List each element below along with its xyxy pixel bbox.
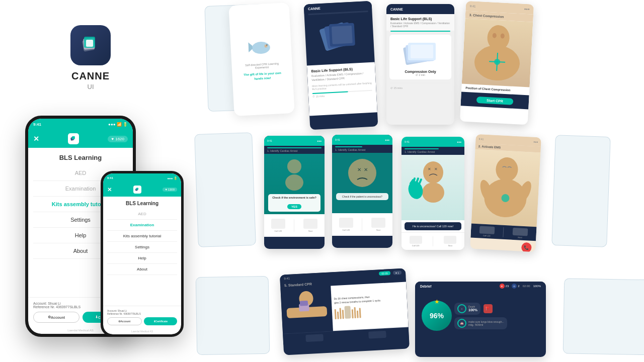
intro-description: Self-directed CPR Learning Experience: [239, 62, 285, 70]
call-120-label2[interactable]: Call 120: [339, 229, 353, 231]
identify2-title: 1. Identify Cardiac Arrest: [335, 148, 389, 151]
compression-only-title: Compression Only: [405, 70, 436, 73]
screenshot-identify3: 9:41 ●●● 1. Identify Cardiac Arrest ✕ ✕: [401, 137, 464, 250]
screenshot-identify2: 9:41 ●●● 1. Identify Cardiac Arrest ✕ ✕ …: [332, 135, 392, 248]
phone2-menu-item-examination[interactable]: Examination: [107, 220, 177, 231]
svg-line-42: [420, 179, 421, 183]
phone2-footer: Account: Shuai Li Reference Nr. 43639779…: [103, 306, 181, 328]
account-button[interactable]: ⚙ Account: [33, 312, 79, 323]
phone2-menu-title: BLS Learning: [103, 197, 181, 209]
next-label1: Next: [303, 230, 317, 232]
svg-point-30: [285, 174, 303, 191]
flag-indicator: 🚩: [484, 304, 493, 313]
svg-rect-17: [331, 26, 352, 44]
call-120-label4[interactable]: Call 120: [479, 234, 494, 237]
patient-unconscious-question: Check if the patient is unconscious?: [338, 195, 386, 198]
yes-button[interactable]: YES: [287, 204, 301, 209]
wireframe-bg-4: [551, 135, 611, 247]
lung-gauge: 🫁: [457, 319, 466, 328]
svg-point-34: [423, 161, 443, 184]
app-icon: [70, 25, 111, 65]
phone2-menu-item-about[interactable]: About: [107, 264, 177, 275]
app-name: CANNE: [71, 70, 110, 82]
svg-point-38: [406, 179, 424, 201]
screenshot-identify1: 9:41 ●●● 1. Identify Cardiac Arrest Chec…: [264, 136, 325, 249]
phone1-nav-bar: ✕ ♥ 1620: [28, 130, 133, 148]
svg-rect-3: [86, 40, 93, 47]
svg-rect-51: [300, 301, 308, 306]
svg-point-44: [495, 157, 518, 182]
phone2-account-info: Account: Shuai Li Reference Nr. 43639779…: [107, 309, 177, 315]
phone2-close-icon[interactable]: ✕: [107, 187, 112, 193]
screenshot-cpr-standard: 9:41 05 05 ● 1 5. Standard CPR: [280, 268, 410, 355]
wireframe-bg-5: [563, 278, 644, 355]
screenshot-activate-ems: 9:41 ●●● 2. Activate EMS: [470, 134, 541, 252]
call-120-label1[interactable]: Call 120: [271, 230, 285, 232]
phone2-menu-item-settings[interactable]: Settings: [107, 242, 177, 253]
depth-gauge: ↕: [457, 304, 466, 313]
identify3-title: 1. Identify Cardiac Arrest: [405, 150, 461, 153]
next-label4: Next: [512, 235, 527, 239]
phone2-menu-item-help[interactable]: Help: [107, 253, 177, 264]
app-subtitle: UI: [88, 83, 94, 90]
phone2-certificate-button[interactable]: ⬇ Certificate: [144, 317, 178, 325]
screenshot-bls-dark: CANNE Basic Life Support (BLS) Evaluatio…: [304, 1, 378, 130]
svg-line-40: [414, 178, 415, 183]
svg-rect-9: [136, 188, 138, 190]
wireframe-bg-2: [194, 132, 256, 247]
screenshot-bls-light: CANNE Basic Life Support (BLS) Evaluatio…: [386, 4, 454, 125]
phone2-account-button[interactable]: ⚙ Account: [107, 317, 142, 325]
unconscious-note: He is unconscious! Call 120 now!: [405, 222, 461, 230]
svg-text:✕: ✕: [428, 167, 431, 171]
phone2-canne-logo: [133, 186, 141, 194]
lung-label: mlg. 500ml: [468, 323, 504, 326]
left-panel: CANNE UI 9:41 ●●● 📶 🔋 ✕ ♥ 1620: [0, 0, 181, 362]
debrief-title: Debrief: [420, 285, 431, 288]
screenshot-debrief: Debrief ♥ 23 ⊙ 2 02:00 100% 96%: [415, 282, 546, 357]
call-120-label3[interactable]: Call 120: [410, 244, 422, 247]
svg-point-31: [348, 159, 376, 187]
bls-light-title: Basic Life Support (BLS): [390, 17, 450, 21]
phone2-footer-buttons: ⚙ Account ⬇ Certificate: [107, 317, 177, 325]
right-panel: Self-directed CPR Learning Experience Th…: [191, 0, 644, 362]
svg-point-29: [287, 159, 301, 173]
screenshot-chest-compression: 9:41 ●●● 3. Chest Compression Position o…: [460, 1, 534, 125]
rate-badge: ● 1: [393, 270, 402, 275]
close-icon[interactable]: ✕: [33, 135, 39, 143]
depth-badge: 05 05: [379, 271, 390, 276]
bls-light-subtitle: Evaluation / Activate EMS / Compression …: [390, 22, 450, 28]
canne-header-label: CANNE: [308, 7, 320, 11]
phone2-laerdal: Laerdal Medical AS: [103, 328, 181, 334]
bls-subtitle: Evaluation / Activate EMS / Compression …: [311, 71, 372, 82]
cpr-instructions: Do 30 chest compressions, thengive 2 res…: [334, 294, 405, 305]
svg-point-10: [252, 41, 270, 54]
identify1-title: 1. Identify Cardiac Arrest: [267, 149, 321, 152]
phone2-menu-items: AED Examination Kits assembly tutorial S…: [103, 209, 181, 306]
svg-point-37: [422, 183, 444, 203]
red-call-button[interactable]: 📞: [521, 242, 532, 252]
start-cpr-button[interactable]: Start CPR: [476, 97, 513, 105]
phone1-status-bar: 9:41 ●●● 📶 🔋: [28, 119, 133, 130]
svg-rect-21: [411, 45, 433, 58]
phone-mockup-2: 9:41 ●●● 🔋 ✕ ♥ 1300 BLS Learning AED Exa…: [101, 171, 184, 337]
phone2-status-bar: 9:41 ●●● 🔋: [103, 173, 181, 183]
phone2-nav-bar: ✕ ♥ 1300: [103, 183, 181, 197]
score-badge: 96%: [422, 301, 452, 331]
svg-text:✕: ✕: [364, 167, 368, 172]
svg-text:✕: ✕: [434, 167, 438, 171]
phone2-menu-item-aed[interactable]: AED: [107, 209, 177, 220]
phone1-menu-title: BLS Learning: [28, 148, 133, 165]
svg-rect-6: [72, 136, 75, 139]
more-learning: More learning contents will be unlocked …: [312, 81, 372, 90]
intro-tagline: The gift of life in your own hands now!: [239, 71, 285, 82]
phone2-menu-item-assembly[interactable]: Kits assembly tutorial: [107, 231, 177, 242]
next-label3: Next: [444, 244, 456, 247]
wireframe-bg-3: [196, 276, 270, 355]
env-safe-question: Check if the environment is safe?: [270, 196, 318, 199]
svg-text:✕: ✕: [357, 167, 361, 172]
hearts-counter: ♥ 1620: [108, 136, 128, 142]
svg-marker-12: [248, 42, 253, 52]
screenshot-intro: Self-directed CPR Learning Experience Th…: [228, 3, 294, 116]
canne-logo-nav: [68, 133, 79, 144]
phone2-hearts-counter: ♥ 1300: [163, 188, 177, 192]
